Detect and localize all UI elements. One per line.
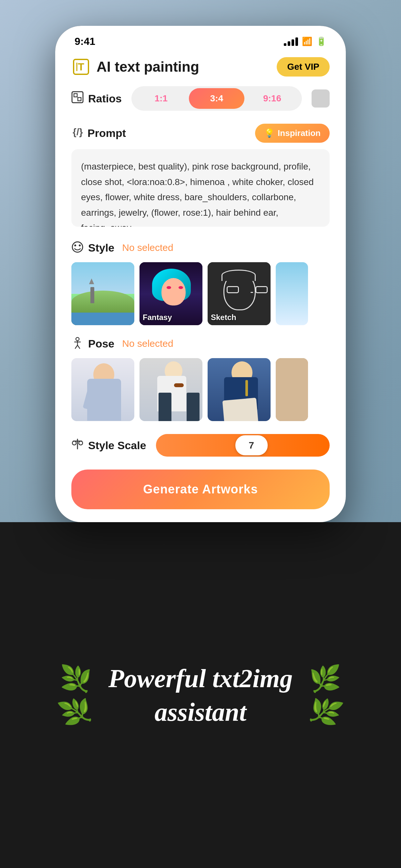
prompt-input[interactable] xyxy=(71,149,330,227)
svg-line-14 xyxy=(78,345,80,348)
app-title: AI text painting xyxy=(96,59,199,75)
svg-rect-4 xyxy=(74,94,77,97)
prompt-icon: {/} xyxy=(71,126,83,141)
status-bar: 9:41 📶 🔋 xyxy=(55,26,346,51)
slider-thumb: 7 xyxy=(235,435,268,455)
app-logo-icon: T xyxy=(71,57,91,76)
ratios-icon xyxy=(71,91,84,106)
scale-icon xyxy=(71,438,84,453)
style-scale-slider[interactable]: 7 xyxy=(156,434,330,457)
style-no-selected: No selected xyxy=(122,242,173,253)
svg-point-7 xyxy=(72,242,83,252)
svg-point-9 xyxy=(79,244,81,246)
style-icon xyxy=(71,241,84,254)
ratios-section: Ratios 1:1 3:4 9:16 xyxy=(71,86,330,111)
prompt-header: {/} Prompt 💡 Inspiration xyxy=(71,124,330,143)
app-content: T AI text painting Get VIP Ratios xyxy=(55,51,346,522)
svg-point-18 xyxy=(72,441,76,445)
banner-text: Powerful txt2img assistant xyxy=(108,662,292,729)
style-item-anime[interactable] xyxy=(276,262,308,325)
pose-item-4[interactable] xyxy=(276,358,308,421)
pose-thumbnails xyxy=(71,358,330,421)
style-item-landscape[interactable] xyxy=(71,262,134,325)
pose-no-selected: No selected xyxy=(122,338,173,349)
style-label: Style xyxy=(88,242,114,254)
svg-line-13 xyxy=(75,345,78,348)
generate-button[interactable]: Generate Artworks xyxy=(71,469,330,509)
ratio-3-4-button[interactable]: 3:4 xyxy=(189,88,244,109)
style-section: Style No selected xyxy=(71,241,330,325)
signal-icon xyxy=(284,37,298,46)
left-laurel-icon: 🌿 🌿 xyxy=(60,663,92,727)
pose-section: Pose No selected xyxy=(71,337,330,421)
prompt-label: {/} Prompt xyxy=(71,126,126,141)
svg-rect-5 xyxy=(78,97,81,101)
style-header: Style No selected xyxy=(71,241,330,254)
svg-text:T: T xyxy=(78,61,84,73)
banner-line1: Powerful txt2img xyxy=(108,662,292,695)
right-laurel-icon: 🌿 🌿 xyxy=(309,663,341,727)
pose-item-2[interactable] xyxy=(140,358,203,421)
header-left: T AI text painting xyxy=(71,57,199,76)
inspiration-icon: 💡 xyxy=(264,128,274,138)
pose-icon xyxy=(71,337,84,350)
phone-frame: 9:41 📶 🔋 T A xyxy=(55,26,346,522)
banner-line2: assistant xyxy=(108,695,292,729)
pose-label: Pose xyxy=(88,337,114,350)
status-time: 9:41 xyxy=(74,35,95,48)
ratios-label: Ratios xyxy=(71,91,122,106)
style-scale-label: Style Scale xyxy=(71,438,146,453)
svg-text:{/}: {/} xyxy=(73,127,83,137)
header: T AI text painting Get VIP xyxy=(71,51,330,86)
svg-point-8 xyxy=(74,244,76,246)
style-item-sketch-label: Sketch xyxy=(211,313,236,322)
banner-content: 🌿 🌿 Powerful txt2img assistant 🌿 🌿 xyxy=(60,662,341,729)
pose-item-1[interactable] xyxy=(71,358,134,421)
status-icons: 📶 🔋 xyxy=(284,36,327,46)
style-thumbnails: Fantasy Sketch xyxy=(71,262,330,325)
style-item-fantasy[interactable]: Fantasy xyxy=(140,262,203,325)
ratio-options: 1:1 3:4 9:16 xyxy=(131,86,302,111)
vip-button[interactable]: Get VIP xyxy=(277,57,330,76)
style-scale-section: Style Scale 7 xyxy=(71,434,330,457)
style-item-sketch[interactable]: Sketch xyxy=(208,262,271,325)
style-item-fantasy-label: Fantasy xyxy=(143,313,172,322)
wifi-icon: 📶 xyxy=(302,36,312,46)
pose-item-3[interactable] xyxy=(208,358,271,421)
ratio-1-1-button[interactable]: 1:1 xyxy=(133,88,189,109)
bottom-banner: 🌿 🌿 Powerful txt2img assistant 🌿 🌿 xyxy=(0,522,401,868)
ratio-more-button[interactable] xyxy=(312,89,330,107)
ratio-9-16-button[interactable]: 9:16 xyxy=(244,88,300,109)
svg-point-10 xyxy=(76,337,79,341)
pose-header: Pose No selected xyxy=(71,337,330,350)
battery-icon: 🔋 xyxy=(316,36,327,46)
svg-point-19 xyxy=(79,441,83,445)
inspiration-button[interactable]: 💡 Inspiration xyxy=(255,124,330,143)
slider-track: 7 xyxy=(156,434,330,457)
